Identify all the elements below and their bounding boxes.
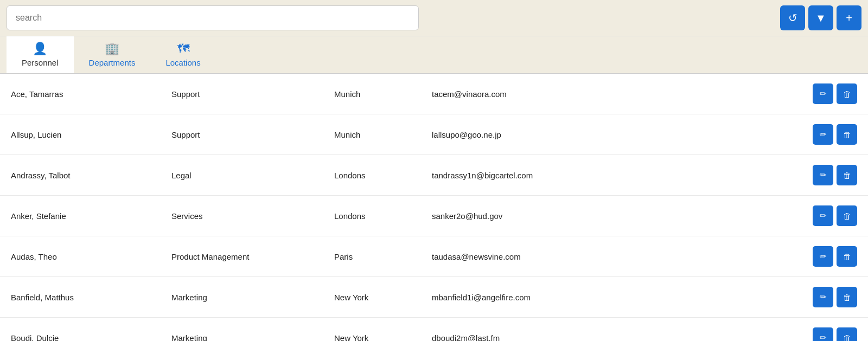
table-row: Allsup, Lucien Support Munich lallsupo@g… (0, 114, 868, 155)
refresh-icon: ↺ (788, 11, 797, 24)
row-location: Londons (326, 196, 423, 236)
edit-button[interactable]: ✏ (813, 205, 833, 226)
row-location: Munich (326, 114, 423, 155)
row-department: Support (163, 74, 326, 114)
delete-button[interactable]: 🗑 (837, 124, 857, 145)
row-email: dboudi2m@last.fm (423, 318, 804, 342)
row-name: Allsup, Lucien (0, 114, 163, 155)
row-actions-cell: ✏ 🗑 (804, 196, 868, 236)
row-department: Services (163, 196, 326, 236)
edit-button[interactable]: ✏ (813, 287, 833, 307)
search-input[interactable] (7, 5, 419, 30)
row-actions-cell: ✏ 🗑 (804, 236, 868, 277)
row-actions: ✏ 🗑 (813, 287, 857, 307)
tab-locations-label: Locations (165, 58, 200, 67)
filter-icon: ▼ (815, 12, 826, 24)
edit-icon: ✏ (820, 333, 827, 341)
row-department: Marketing (163, 318, 326, 342)
top-actions: ↺ ▼ + (780, 5, 861, 30)
row-name: Andrassy, Talbot (0, 155, 163, 196)
row-actions: ✏ 🗑 (813, 205, 857, 226)
edit-button[interactable]: ✏ (813, 246, 833, 267)
row-email: taudasa@newsvine.com (423, 236, 804, 277)
table-row: Audas, Theo Product Management Paris tau… (0, 236, 868, 277)
table-row: Ace, Tamarras Support Munich tacem@vinao… (0, 74, 868, 114)
edit-button[interactable]: ✏ (813, 165, 833, 185)
row-location: Munich (326, 74, 423, 114)
delete-icon: 🗑 (843, 89, 851, 99)
row-department: Legal (163, 155, 326, 196)
departments-icon: 🏢 (105, 42, 119, 56)
edit-icon: ✏ (820, 170, 827, 180)
row-actions-cell: ✏ 🗑 (804, 74, 868, 114)
personnel-icon: 👤 (33, 42, 47, 56)
row-actions: ✏ 🗑 (813, 83, 857, 104)
row-email: sanker2o@hud.gov (423, 196, 804, 236)
edit-icon: ✏ (820, 130, 827, 139)
row-name: Audas, Theo (0, 236, 163, 277)
delete-button[interactable]: 🗑 (837, 327, 857, 341)
row-actions: ✏ 🗑 (813, 165, 857, 185)
row-actions: ✏ 🗑 (813, 124, 857, 145)
edit-button[interactable]: ✏ (813, 83, 833, 104)
row-location: Paris (326, 236, 423, 277)
row-email: tacem@vinaora.com (423, 74, 804, 114)
delete-icon: 🗑 (843, 333, 851, 342)
row-actions-cell: ✏ 🗑 (804, 155, 868, 196)
personnel-table: Ace, Tamarras Support Munich tacem@vinao… (0, 74, 868, 341)
row-actions-cell: ✏ 🗑 (804, 318, 868, 342)
edit-icon: ✏ (820, 292, 827, 302)
row-actions-cell: ✏ 🗑 (804, 114, 868, 155)
row-actions: ✏ 🗑 (813, 246, 857, 267)
delete-icon: 🗑 (843, 211, 851, 221)
refresh-button[interactable]: ↺ (780, 5, 805, 30)
row-name: Ace, Tamarras (0, 74, 163, 114)
row-name: Boudi, Dulcie (0, 318, 163, 342)
row-email: lallsupo@goo.ne.jp (423, 114, 804, 155)
table-row: Andrassy, Talbot Legal Londons tandrassy… (0, 155, 868, 196)
filter-button[interactable]: ▼ (808, 5, 833, 30)
edit-icon: ✏ (820, 211, 827, 221)
row-email: tandrassy1n@bigcartel.com (423, 155, 804, 196)
row-department: Product Management (163, 236, 326, 277)
tab-personnel[interactable]: 👤 Personnel (7, 36, 74, 73)
row-location: Londons (326, 155, 423, 196)
table-row: Banfield, Matthus Marketing New York mba… (0, 277, 868, 318)
row-name: Anker, Stefanie (0, 196, 163, 236)
add-icon: + (846, 12, 852, 24)
row-name: Banfield, Matthus (0, 277, 163, 318)
delete-button[interactable]: 🗑 (837, 205, 857, 226)
top-bar: ↺ ▼ + (0, 0, 868, 36)
delete-button[interactable]: 🗑 (837, 165, 857, 185)
tab-locations[interactable]: 🗺 Locations (150, 36, 215, 73)
row-location: New York (326, 318, 423, 342)
tab-departments-label: Departments (89, 58, 136, 67)
row-email: mbanfield1i@angelfire.com (423, 277, 804, 318)
add-button[interactable]: + (837, 5, 861, 30)
delete-button[interactable]: 🗑 (837, 287, 857, 307)
delete-button[interactable]: 🗑 (837, 246, 857, 267)
table-container: Ace, Tamarras Support Munich tacem@vinao… (0, 74, 868, 341)
edit-button[interactable]: ✏ (813, 124, 833, 145)
row-department: Support (163, 114, 326, 155)
tabs: 👤 Personnel 🏢 Departments 🗺 Locations (0, 36, 868, 74)
delete-icon: 🗑 (843, 252, 851, 261)
row-location: New York (326, 277, 423, 318)
delete-icon: 🗑 (843, 130, 851, 139)
table-row: Boudi, Dulcie Marketing New York dboudi2… (0, 318, 868, 342)
delete-icon: 🗑 (843, 293, 851, 302)
delete-button[interactable]: 🗑 (837, 83, 857, 104)
edit-button[interactable]: ✏ (813, 327, 833, 341)
table-row: Anker, Stefanie Services Londons sanker2… (0, 196, 868, 236)
tab-personnel-label: Personnel (22, 58, 59, 67)
tab-departments[interactable]: 🏢 Departments (74, 36, 151, 73)
locations-icon: 🗺 (177, 42, 189, 56)
row-department: Marketing (163, 277, 326, 318)
row-actions: ✏ 🗑 (813, 327, 857, 341)
delete-icon: 🗑 (843, 171, 851, 180)
edit-icon: ✏ (820, 89, 827, 99)
edit-icon: ✏ (820, 252, 827, 261)
row-actions-cell: ✏ 🗑 (804, 277, 868, 318)
